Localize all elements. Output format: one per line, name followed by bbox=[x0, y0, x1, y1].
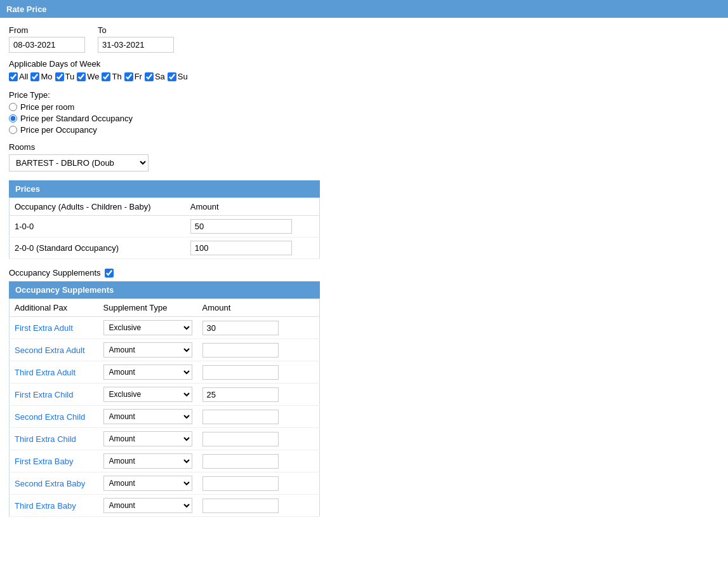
supplement-table-row: First Extra Adult ExclusiveAmount bbox=[10, 317, 320, 339]
supplement-type-select-0[interactable]: ExclusiveAmount bbox=[103, 320, 192, 335]
supplement-amount-input-2[interactable] bbox=[202, 365, 279, 380]
occ-supplements-text: Occupancy Supplements bbox=[9, 268, 101, 278]
date-to-group: To bbox=[98, 25, 174, 53]
supplement-pax-cell: Second Extra Child bbox=[10, 406, 98, 428]
supplement-type-select-1[interactable]: ExclusiveAmount bbox=[103, 342, 192, 358]
supplements-table: Additional Pax Supplement Type Amount Fi… bbox=[9, 298, 320, 517]
supplement-pax-cell: First Extra Child bbox=[10, 384, 98, 406]
supplement-type-cell: ExclusiveAmount bbox=[98, 317, 197, 339]
supplement-amount-cell bbox=[197, 317, 320, 339]
date-to-label: To bbox=[98, 25, 174, 35]
supplement-type-select-5[interactable]: ExclusiveAmount bbox=[103, 431, 192, 446]
supplement-pax-cell: Second Extra Adult bbox=[10, 339, 98, 361]
occ-supplements-checkbox[interactable] bbox=[105, 269, 114, 278]
supplements-col-type: Supplement Type bbox=[98, 299, 197, 317]
prices-amount-input-1[interactable] bbox=[190, 241, 292, 255]
occupancy-supplements-section: Occupancy Supplements Occupancy Suppleme… bbox=[9, 268, 320, 517]
supplement-table-row: First Extra Child ExclusiveAmount bbox=[10, 384, 320, 406]
supplement-amount-input-1[interactable] bbox=[202, 343, 279, 358]
day-all-checkbox[interactable] bbox=[9, 72, 18, 81]
supplement-type-select-6[interactable]: ExclusiveAmount bbox=[103, 453, 192, 469]
price-per-room-radio[interactable] bbox=[9, 103, 17, 111]
supplement-amount-input-0[interactable] bbox=[202, 321, 279, 335]
price-per-occupancy-radio[interactable] bbox=[9, 126, 17, 134]
supplement-type-cell: ExclusiveAmount bbox=[98, 384, 197, 406]
supplement-amount-input-5[interactable] bbox=[202, 432, 279, 446]
supplements-col-amount: Amount bbox=[197, 299, 320, 317]
date-from-label: From bbox=[9, 25, 85, 35]
supplement-type-cell: ExclusiveAmount bbox=[98, 361, 197, 384]
date-from-group: From bbox=[9, 25, 85, 53]
rooms-label: Rooms bbox=[9, 142, 719, 152]
supplement-amount-cell bbox=[197, 339, 320, 361]
supplement-pax-cell: Third Extra Baby bbox=[10, 495, 98, 517]
price-per-room-label[interactable]: Price per room bbox=[9, 102, 719, 112]
day-th-checkbox[interactable] bbox=[102, 72, 110, 81]
supplement-table-row: Second Extra Adult ExclusiveAmount bbox=[10, 339, 320, 361]
supplement-amount-input-7[interactable] bbox=[202, 476, 279, 491]
supplement-pax-cell: First Extra Adult bbox=[10, 317, 98, 339]
day-fr-checkbox[interactable] bbox=[124, 72, 133, 81]
price-per-standard-label[interactable]: Price per Standard Occupancy bbox=[9, 114, 719, 123]
supplement-amount-cell bbox=[197, 428, 320, 450]
price-per-standard-radio[interactable] bbox=[9, 114, 17, 123]
day-sa-checkbox[interactable] bbox=[145, 72, 154, 81]
supplement-amount-input-8[interactable] bbox=[202, 499, 279, 513]
supplement-pax-cell: First Extra Baby bbox=[10, 450, 98, 472]
supplement-table-row: Second Extra Baby ExclusiveAmount bbox=[10, 472, 320, 495]
supplement-type-select-2[interactable]: ExclusiveAmount bbox=[103, 365, 192, 380]
supplement-type-cell: ExclusiveAmount bbox=[98, 472, 197, 495]
supplement-amount-cell bbox=[197, 472, 320, 495]
date-to-input[interactable] bbox=[98, 37, 174, 53]
supplement-type-select-3[interactable]: ExclusiveAmount bbox=[103, 387, 192, 402]
supplement-type-cell: ExclusiveAmount bbox=[98, 428, 197, 450]
day-mo-label[interactable]: Mo bbox=[30, 72, 52, 81]
supplement-amount-cell bbox=[197, 361, 320, 384]
prices-occupancy-cell: 1-0-0 bbox=[10, 216, 185, 238]
prices-table: Occupancy (Adults - Children - Baby) Amo… bbox=[9, 197, 320, 259]
day-we-checkbox[interactable] bbox=[77, 72, 86, 81]
prices-amount-input-0[interactable] bbox=[190, 219, 292, 234]
day-th-label[interactable]: Th bbox=[102, 72, 121, 81]
supplement-type-select-7[interactable]: ExclusiveAmount bbox=[103, 476, 192, 491]
supplement-amount-cell bbox=[197, 406, 320, 428]
supplement-type-cell: ExclusiveAmount bbox=[98, 450, 197, 472]
day-all-label[interactable]: All bbox=[9, 72, 28, 81]
prices-amount-cell bbox=[185, 238, 320, 259]
prices-amount-cell bbox=[185, 216, 320, 238]
rooms-select[interactable]: BARTEST - DBLRO (Doub bbox=[9, 154, 149, 171]
supplement-table-row: Third Extra Adult ExclusiveAmount bbox=[10, 361, 320, 384]
prices-table-header: Prices bbox=[9, 180, 320, 197]
supplement-type-select-4[interactable]: ExclusiveAmount bbox=[103, 409, 192, 424]
supplement-amount-cell bbox=[197, 450, 320, 472]
price-per-occupancy-label[interactable]: Price per Occupancy bbox=[9, 125, 719, 135]
prices-table-row: 2-0-0 (Standard Occupancy) bbox=[10, 238, 320, 259]
occ-supplements-label-row: Occupancy Supplements bbox=[9, 268, 320, 278]
supplement-pax-cell: Third Extra Child bbox=[10, 428, 98, 450]
supplement-table-row: Third Extra Baby ExclusiveAmount bbox=[10, 495, 320, 517]
supplement-amount-cell bbox=[197, 495, 320, 517]
day-tu-label[interactable]: Tu bbox=[55, 72, 75, 81]
supplements-col-pax: Additional Pax bbox=[10, 299, 98, 317]
day-we-label[interactable]: We bbox=[77, 72, 99, 81]
date-from-input[interactable] bbox=[9, 37, 85, 53]
supplement-amount-input-4[interactable] bbox=[202, 410, 279, 424]
occ-supplements-table-header: Occupancy Supplements bbox=[9, 281, 320, 298]
supplement-amount-input-6[interactable] bbox=[202, 454, 279, 469]
day-su-label[interactable]: Su bbox=[168, 72, 188, 81]
prices-section: Prices Occupancy (Adults - Children - Ba… bbox=[9, 180, 320, 259]
page-title: Rate Price bbox=[6, 4, 47, 14]
supplement-amount-cell bbox=[197, 384, 320, 406]
supplement-type-cell: ExclusiveAmount bbox=[98, 495, 197, 517]
days-row: All Mo Tu We Th Fr Sa Su bbox=[9, 72, 719, 81]
day-mo-checkbox[interactable] bbox=[30, 72, 39, 81]
day-sa-label[interactable]: Sa bbox=[145, 72, 165, 81]
day-tu-checkbox[interactable] bbox=[55, 72, 64, 81]
supplement-type-select-8[interactable]: ExclusiveAmount bbox=[103, 498, 192, 513]
prices-col-occupancy: Occupancy (Adults - Children - Baby) bbox=[10, 198, 185, 216]
day-su-checkbox[interactable] bbox=[168, 72, 176, 81]
supplement-table-row: Third Extra Child ExclusiveAmount bbox=[10, 428, 320, 450]
price-type-label: Price Type: bbox=[9, 90, 719, 100]
supplement-amount-input-3[interactable] bbox=[202, 387, 279, 402]
day-fr-label[interactable]: Fr bbox=[124, 72, 142, 81]
